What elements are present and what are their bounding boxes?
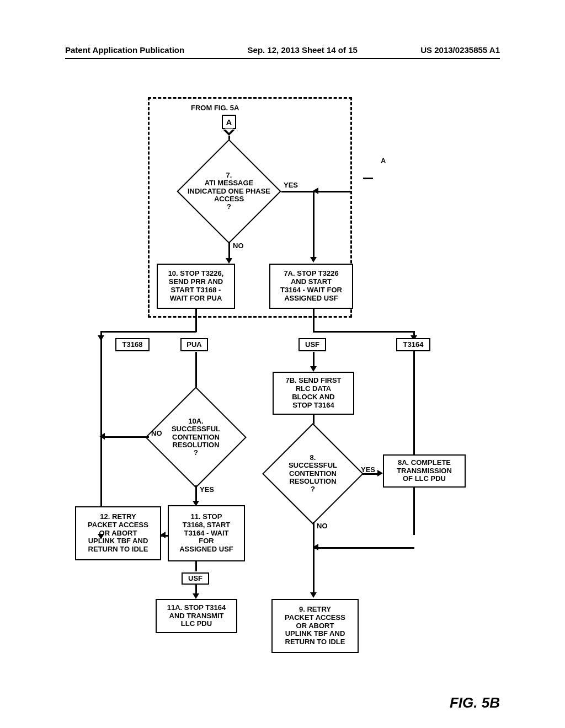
d8-yes: YES xyxy=(361,465,375,474)
box-7a-txt: 7A. STOP T3226 AND START T3164 - WAIT FO… xyxy=(280,270,342,303)
line-10-t3168 xyxy=(100,331,196,333)
d8-txt: 8. SUCCESSFUL CONTENTION RESOLUTION ? xyxy=(266,454,360,493)
usf2: USF xyxy=(188,575,202,583)
box-11a-txt: 11A. STOP T3164 AND TRANSMIT LLC PDU xyxy=(167,604,226,629)
box-usf: USF xyxy=(299,338,326,351)
box-8a-txt: 8A. COMPLETE TRANSMISSION OF LLC PDU xyxy=(397,459,452,484)
from-label: FROM FIG. 5A xyxy=(191,104,239,112)
arrow-t3164-in xyxy=(313,544,318,550)
box-7b: 7B. SEND FIRST RLC DATA BLOCK AND STOP T… xyxy=(273,372,354,415)
box-t3168: T3168 xyxy=(115,338,150,351)
d7-yes: YES xyxy=(284,181,298,189)
arrow-usf2-11a xyxy=(193,593,199,599)
box-9: 9. RETRY PACKET ACCESS OR ABORT UPLINK T… xyxy=(271,599,359,653)
box-10: 10. STOP T3226, SEND PRR AND START T3168… xyxy=(157,264,235,309)
line-d8-no-h xyxy=(313,547,414,549)
d8-no: NO xyxy=(317,522,328,530)
arrow-usf-7b xyxy=(310,366,317,372)
diagram-canvas: FROM FIG. 5A A 7. ATI MESSAGE INDICATED … xyxy=(65,88,500,695)
decision-7: 7. ATI MESSAGE INDICATED ONE PHASE ACCES… xyxy=(192,154,266,228)
connector-a: A xyxy=(222,115,236,129)
pua: PUA xyxy=(186,341,201,349)
box-pua: PUA xyxy=(180,338,208,351)
box-12: 12. RETRY PACKET ACCESS OR ABORT UPLINK … xyxy=(75,506,161,560)
decision-10a: 10A. SUCCESSFUL CONTENTION RESOLUTION ? xyxy=(160,402,232,473)
connector-a-text: A xyxy=(226,117,232,127)
d7-no: NO xyxy=(233,242,244,250)
box-8a: 8A. COMPLETE TRANSMISSION OF LLC PDU xyxy=(383,454,466,488)
box-9-txt: 9. RETRY PACKET ACCESS OR ABORT UPLINK T… xyxy=(285,606,345,647)
box-11: 11. STOP T3168, START T3164 - WAIT FOR A… xyxy=(168,505,245,561)
d10a-yes: YES xyxy=(200,485,214,494)
usf: USF xyxy=(305,341,319,349)
hdr-center: Sep. 12, 2013 Sheet 14 of 15 xyxy=(248,45,358,55)
line-7a-t3164 xyxy=(313,331,414,333)
d10a-no: NO xyxy=(151,429,162,437)
line-d7-yes xyxy=(281,191,313,192)
arrow-loop-into xyxy=(313,188,318,194)
box-usf2: USF xyxy=(182,572,209,585)
arrow-t3164b-12 xyxy=(160,532,166,538)
box-7a: 7A. STOP T3226 AND START T3164 - WAIT FO… xyxy=(269,264,353,309)
arrow-d8-9 xyxy=(310,592,317,598)
box-11a: 11A. STOP T3164 AND TRANSMIT LLC PDU xyxy=(156,599,237,633)
callout-a: A xyxy=(381,157,386,165)
box-10-txt: 10. STOP T3226, SEND PRR AND START T3168… xyxy=(168,270,224,303)
arrow-7a xyxy=(310,257,317,263)
hdr-right: US 2013/0235855 A1 xyxy=(420,45,500,55)
line-loop-a xyxy=(313,191,351,192)
decision-8: 8. SUCCESSFUL CONTENTION RESOLUTION ? xyxy=(277,438,349,510)
box-11-txt: 11. STOP T3168, START T3164 - WAIT FOR A… xyxy=(179,513,233,554)
line-7a-split xyxy=(313,309,315,332)
t3168: T3168 xyxy=(122,341,143,349)
hdr-rule xyxy=(65,58,500,59)
line-10a-no xyxy=(100,436,149,438)
arrow-10a-no xyxy=(99,433,105,440)
line-11-usf2 xyxy=(195,561,197,571)
line-d7-10 xyxy=(228,242,230,260)
t3164: T3164 xyxy=(403,341,424,349)
d10a-txt: 10A. SUCCESSFUL CONTENTION RESOLUTION ? xyxy=(150,417,243,457)
line-d7-7a xyxy=(313,191,315,259)
box-7b-txt: 7B. SEND FIRST RLC DATA BLOCK AND STOP T… xyxy=(285,377,341,410)
figure-label: FIG. 5B xyxy=(450,694,500,711)
line-d8-no-v xyxy=(313,522,315,595)
line-t3164-down xyxy=(413,331,415,535)
box-12-txt: 12. RETRY PACKET ACCESS OR ABORT UPLINK … xyxy=(88,513,148,554)
line-10-split xyxy=(195,309,197,332)
arrow-t3168-12-h xyxy=(98,534,104,539)
callout-line xyxy=(363,178,373,179)
hdr-left: Patent Application Publication xyxy=(65,45,184,55)
box-t3164: T3164 xyxy=(396,338,430,351)
arrow-t3168-dn xyxy=(98,335,104,341)
arrow-d8-8a xyxy=(377,470,383,477)
arrow-10 xyxy=(226,258,232,264)
decision-7-text: 7. ATI MESSAGE INDICATED ONE PHASE ACCES… xyxy=(181,172,277,211)
